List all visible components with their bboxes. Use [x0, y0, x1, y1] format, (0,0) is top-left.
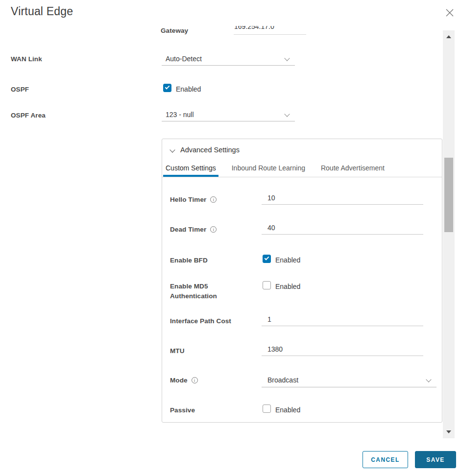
- check-icon: [265, 256, 269, 261]
- mode-select[interactable]: Broadcast: [262, 373, 436, 387]
- save-button[interactable]: SAVE: [415, 451, 456, 468]
- interface-path-cost-input[interactable]: [262, 315, 423, 326]
- mode-label-text: Mode: [170, 377, 188, 384]
- enable-bfd-checkbox[interactable]: [263, 255, 271, 263]
- scroll-down-icon[interactable]: [446, 430, 451, 433]
- enable-md5-checkbox-label: Enabled: [275, 283, 300, 290]
- passive-checkbox-label: Enabled: [275, 406, 300, 414]
- advanced-settings-title: Advanced Settings: [180, 146, 240, 154]
- wan-link-select[interactable]: Auto-Detect: [162, 53, 295, 66]
- close-icon[interactable]: [444, 7, 455, 18]
- enable-bfd-label: Enable BFD: [170, 257, 208, 264]
- ospf-area-value: 123 - null: [162, 109, 295, 121]
- wan-link-value: Auto-Detect: [162, 53, 295, 65]
- gateway-input[interactable]: 169.254.17.0: [234, 26, 306, 33]
- hello-timer-input[interactable]: [262, 194, 423, 205]
- wan-link-label: WAN Link: [11, 55, 42, 63]
- tab-inbound-route-learning[interactable]: Inbound Route Learning: [229, 159, 308, 177]
- mode-value: Broadcast: [262, 373, 436, 387]
- dialog-title: Virtual Edge: [11, 5, 73, 18]
- info-icon[interactable]: [192, 377, 198, 383]
- check-icon: [165, 85, 170, 90]
- advanced-tabs: Custom Settings Inbound Route Learning R…: [162, 159, 442, 177]
- dead-timer-label: Dead Timer: [170, 226, 217, 233]
- scrollbar-thumb[interactable]: [444, 158, 453, 232]
- tab-custom-settings[interactable]: Custom Settings: [163, 159, 218, 177]
- enable-bfd-checkbox-label: Enabled: [275, 256, 300, 264]
- enable-md5-label: Enable MD5 Authentication: [170, 282, 231, 301]
- scroll-up-icon[interactable]: [446, 35, 451, 38]
- mode-label: Mode: [170, 377, 198, 384]
- close-x-glyph: [444, 7, 455, 18]
- chevron-down-icon: [169, 147, 175, 152]
- cancel-button[interactable]: CANCEL: [363, 451, 408, 468]
- info-icon[interactable]: [210, 226, 217, 233]
- advanced-settings-toggle[interactable]: Advanced Settings: [162, 139, 442, 159]
- passive-label: Passive: [170, 406, 195, 414]
- hello-timer-label-text: Hello Timer: [170, 196, 206, 203]
- ospf-area-label: OSPF Area: [11, 112, 46, 119]
- virtual-edge-dialog: Virtual Edge Gateway 169.254.17.0 WAN Li…: [0, 0, 460, 476]
- gateway-label: Gateway: [161, 27, 188, 34]
- ospf-checkbox-label: Enabled: [176, 85, 201, 93]
- ospf-checkbox[interactable]: [163, 84, 171, 92]
- enable-md5-checkbox[interactable]: [263, 281, 271, 289]
- mtu-input[interactable]: [262, 345, 423, 356]
- ospf-area-select[interactable]: 123 - null: [162, 109, 295, 121]
- dead-timer-input[interactable]: [262, 224, 423, 235]
- ospf-label: OSPF: [11, 86, 29, 93]
- hello-timer-label: Hello Timer: [170, 196, 217, 203]
- mtu-label: MTU: [170, 347, 185, 355]
- advanced-settings-panel: Advanced Settings Custom Settings Inboun…: [162, 139, 442, 423]
- info-icon[interactable]: [210, 196, 217, 203]
- dead-timer-label-text: Dead Timer: [170, 226, 206, 233]
- passive-checkbox[interactable]: [263, 405, 271, 413]
- gateway-value: 169.254.17.0: [234, 26, 306, 30]
- interface-path-cost-label: Interface Path Cost: [170, 317, 231, 325]
- scrollbar[interactable]: [443, 30, 455, 438]
- gateway-underline: [234, 34, 306, 35]
- tab-route-advertisement[interactable]: Route Advertisement: [318, 159, 387, 177]
